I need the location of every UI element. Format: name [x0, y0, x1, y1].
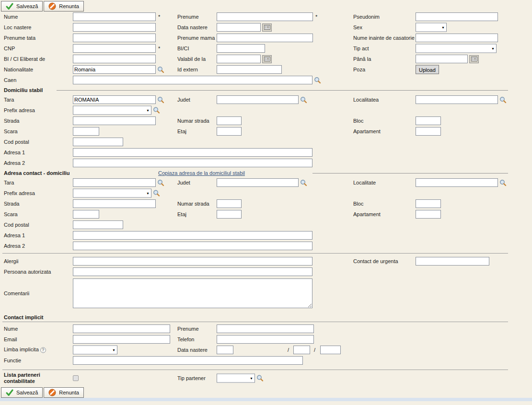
- dom-judet-label: Judet: [177, 97, 190, 103]
- persoana-autorizata-input[interactable]: [73, 267, 312, 276]
- ctc-numar-input[interactable]: [217, 199, 242, 208]
- pana-la-input[interactable]: [416, 55, 468, 63]
- search-icon[interactable]: [157, 96, 164, 104]
- tip-partener-label: Tip partener: [177, 375, 206, 381]
- dom-etaj-input[interactable]: [217, 127, 242, 136]
- eliberat-input[interactable]: [73, 55, 156, 63]
- search-icon[interactable]: [153, 107, 160, 114]
- dom-adresa1-input[interactable]: [73, 148, 312, 157]
- search-icon[interactable]: [157, 66, 164, 73]
- pseudonim-input[interactable]: [416, 12, 498, 21]
- alergii-input[interactable]: [73, 257, 312, 266]
- ci-data-zi-input[interactable]: [217, 346, 233, 354]
- cancel-icon: [48, 389, 56, 396]
- help-icon[interactable]: ?: [40, 347, 46, 353]
- dom-localitate-input[interactable]: [416, 95, 498, 104]
- dom-numar-input[interactable]: [217, 116, 242, 125]
- dom-strada-input[interactable]: [73, 116, 156, 125]
- contact-urgenta-input[interactable]: [416, 257, 489, 266]
- search-icon[interactable]: [499, 179, 507, 186]
- dom-bloc-input[interactable]: [416, 116, 441, 125]
- cancel-button[interactable]: Renunta: [44, 1, 84, 12]
- ctc-apartament-input[interactable]: [416, 210, 441, 219]
- copy-address-link[interactable]: Copiaza adresa de la domiciliul stabil: [158, 170, 245, 176]
- upload-button[interactable]: Upload: [416, 65, 439, 74]
- ctc-cod-input[interactable]: [73, 220, 123, 229]
- ctc-tara-input[interactable]: [73, 178, 156, 187]
- dom-tara-input[interactable]: [73, 95, 156, 104]
- nationalitate-input[interactable]: [73, 65, 156, 74]
- ci-email-input[interactable]: [73, 335, 170, 344]
- cancel-button[interactable]: Renunta: [44, 387, 84, 398]
- save-button-label: Salvează: [16, 3, 38, 9]
- search-icon[interactable]: [157, 179, 164, 186]
- dom-adresa2-input[interactable]: [73, 159, 312, 167]
- id-extern-input[interactable]: [217, 65, 282, 74]
- spacer: [0, 310, 532, 313]
- calendar-button[interactable]: [469, 55, 479, 63]
- row-ci-limba: Limba implicita? Data nastere / /: [0, 345, 532, 355]
- ctc-prefix-select[interactable]: [73, 189, 151, 198]
- ci-data-luna-input[interactable]: [293, 346, 310, 354]
- loc-nastere-label: Loc nastere: [4, 24, 31, 30]
- valabil-label: Valabil de la: [177, 56, 206, 62]
- nume-input[interactable]: [73, 12, 156, 21]
- ci-prenume-input[interactable]: [217, 324, 314, 333]
- prenume-mama-input[interactable]: [217, 34, 313, 42]
- ci-data-an-input[interactable]: [320, 346, 341, 354]
- cancel-button-label: Renunta: [59, 390, 79, 395]
- lista-parteneri-checkbox[interactable]: [73, 375, 79, 381]
- calendar-icon: [264, 25, 270, 30]
- save-button[interactable]: Salvează: [1, 387, 43, 398]
- calendar-button[interactable]: [262, 23, 272, 32]
- dom-tara-label: Tara: [4, 97, 14, 103]
- ctc-scara-input[interactable]: [73, 210, 99, 219]
- row-persoana: Persoana autorizata: [0, 266, 532, 277]
- ci-functie-input[interactable]: [73, 356, 303, 365]
- valabil-input[interactable]: [217, 55, 261, 63]
- ctc-judet-input[interactable]: [217, 178, 299, 187]
- loc-nastere-input[interactable]: [73, 23, 156, 32]
- save-button[interactable]: Salvează: [1, 1, 43, 12]
- cnp-input[interactable]: [73, 44, 156, 53]
- ctc-strada-input[interactable]: [73, 199, 156, 208]
- tip-partener-select[interactable]: [217, 374, 255, 383]
- comentarii-textarea[interactable]: [73, 278, 312, 308]
- dom-prefix-select[interactable]: [73, 106, 151, 115]
- required-marker: *: [158, 46, 160, 51]
- dom-scara-input[interactable]: [73, 127, 99, 136]
- prenume-input[interactable]: [217, 12, 313, 21]
- ctc-numar-label: Numar strada: [177, 201, 209, 207]
- ctc-bloc-input[interactable]: [416, 199, 441, 208]
- search-icon[interactable]: [499, 96, 507, 104]
- caen-input[interactable]: [73, 76, 312, 84]
- nume-inainte-input[interactable]: [416, 34, 498, 42]
- search-icon[interactable]: [300, 96, 307, 104]
- ctc-adresa1-input[interactable]: [73, 231, 312, 240]
- search-icon[interactable]: [300, 179, 307, 186]
- search-icon[interactable]: [256, 375, 264, 382]
- ctc-localitate-input[interactable]: [416, 178, 498, 187]
- dom-cod-input[interactable]: [73, 138, 123, 146]
- sex-select[interactable]: [416, 23, 447, 32]
- dom-apartament-input[interactable]: [416, 127, 441, 136]
- row-ctc-strada: Strada Numar strada Bloc: [0, 198, 532, 209]
- tip-act-select[interactable]: [416, 44, 497, 53]
- ci-limba-select[interactable]: [73, 346, 117, 355]
- prenume-tata-input[interactable]: [73, 34, 156, 42]
- calendar-button[interactable]: [262, 55, 272, 63]
- ci-telefon-input[interactable]: [217, 335, 314, 344]
- data-nastere-input[interactable]: [217, 23, 261, 32]
- ctc-adresa2-input[interactable]: [73, 242, 312, 250]
- section-contact-implicit: Contact implicit: [0, 313, 532, 321]
- bici-input[interactable]: [217, 44, 265, 53]
- search-icon[interactable]: [153, 190, 160, 197]
- dom-bloc-label: Bloc: [353, 118, 363, 124]
- ctc-etaj-input[interactable]: [217, 210, 242, 219]
- ci-nume-label: Nume: [4, 326, 18, 332]
- row-ctc-adresa2: Adresa 2: [0, 241, 532, 251]
- ci-nume-input[interactable]: [73, 324, 170, 333]
- prenume-tata-label: Prenume tata: [4, 35, 35, 41]
- search-icon[interactable]: [314, 77, 321, 84]
- dom-judet-input[interactable]: [217, 95, 299, 104]
